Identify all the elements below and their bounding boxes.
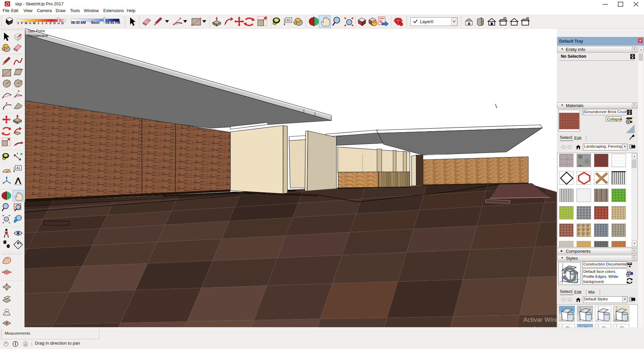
svg-text:N: N xyxy=(19,242,21,244)
svg-text:Noon: Noon xyxy=(91,21,100,24)
svg-text:S: S xyxy=(49,21,51,25)
svg-text:Layer0: Layer0 xyxy=(420,19,433,24)
svg-text:A: A xyxy=(45,21,48,25)
svg-text:J: J xyxy=(17,21,19,25)
svg-text:04:45 PM: 04:45 PM xyxy=(106,21,120,24)
svg-text:J: J xyxy=(37,21,39,25)
svg-text:M: M xyxy=(33,21,36,25)
svg-text:A1: A1 xyxy=(16,166,21,170)
svg-text:A: A xyxy=(29,21,32,25)
svg-text:F: F xyxy=(21,21,23,25)
svg-text:D: D xyxy=(61,21,64,25)
svg-text:O: O xyxy=(53,21,56,25)
svg-text:A1: A1 xyxy=(287,18,291,22)
svg-text:J: J xyxy=(42,21,43,25)
svg-text:M: M xyxy=(25,21,28,25)
svg-text:06:43 AM: 06:43 AM xyxy=(71,21,86,24)
